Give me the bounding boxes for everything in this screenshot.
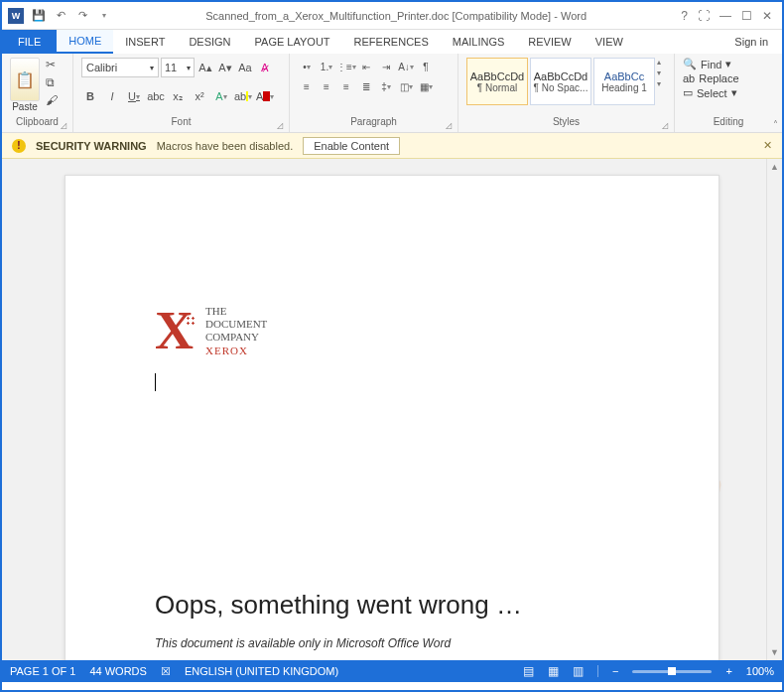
paste-label: Paste — [12, 101, 38, 112]
minimize-icon[interactable]: — — [719, 9, 731, 23]
font-name-combo[interactable]: Calibri▾ — [81, 58, 159, 77]
save-icon[interactable]: 💾 — [32, 9, 46, 23]
undo-icon[interactable]: ↶ — [54, 9, 67, 23]
select-icon: ▭ — [683, 86, 693, 99]
sign-in-link[interactable]: Sign in — [734, 30, 782, 54]
close-icon[interactable]: ✕ — [762, 9, 772, 23]
paste-button[interactable]: 📋 — [10, 58, 40, 101]
justify-icon[interactable]: ≣ — [357, 77, 375, 95]
styles-dialog-launcher-icon[interactable]: ◿ — [662, 121, 668, 130]
subscript-button[interactable]: x₂ — [169, 87, 187, 105]
underline-button[interactable]: U — [125, 87, 143, 105]
align-left-icon[interactable]: ≡ — [298, 77, 316, 95]
web-layout-icon[interactable]: ▥ — [573, 664, 584, 678]
redo-icon[interactable]: ↷ — [75, 9, 89, 23]
align-center-icon[interactable]: ≡ — [318, 77, 335, 95]
qat-customize-icon[interactable] — [97, 9, 111, 23]
status-page[interactable]: PAGE 1 OF 1 — [10, 665, 75, 677]
window-title: Scanned_from_a_Xerox_Multifunction_Print… — [111, 10, 681, 22]
replace-button[interactable]: abReplace — [683, 72, 739, 84]
tab-mailings[interactable]: MAILINGS — [441, 30, 517, 54]
text-effects-icon[interactable]: A — [212, 87, 230, 105]
zoom-out-icon[interactable]: − — [612, 665, 618, 677]
bold-button[interactable]: B — [81, 87, 99, 105]
tab-page-layout[interactable]: PAGE LAYOUT — [243, 30, 342, 54]
style-normal[interactable]: AaBbCcDd ¶ Normal — [466, 58, 528, 105]
shrink-font-icon[interactable]: A▾ — [216, 59, 234, 76]
format-painter-icon[interactable]: 🖌 — [46, 93, 58, 107]
grow-font-icon[interactable]: A▴ — [196, 59, 214, 76]
xerox-logo: X THE DOCUMENT COMPANY XEROX — [155, 305, 629, 357]
zoom-slider[interactable] — [632, 670, 712, 673]
read-mode-icon[interactable]: ▤ — [523, 664, 534, 678]
shading-icon[interactable]: ◫ — [397, 77, 415, 95]
style-no-spacing[interactable]: AaBbCcDd ¶ No Spac... — [530, 58, 591, 105]
help-icon[interactable]: ? — [681, 9, 688, 23]
sort-icon[interactable]: A↓ — [397, 58, 415, 75]
bullets-icon[interactable]: • — [298, 58, 316, 75]
security-warning-text: Macros have been disabled. — [157, 140, 294, 152]
copy-icon[interactable]: ⧉ — [46, 75, 58, 89]
ribbon: 📋 Paste ✂ ⧉ 🖌 Clipboard◿ Calibri▾ 11▾ A▴… — [2, 54, 782, 133]
document-page[interactable]: X THE DOCUMENT COMPANY XEROX Oops, somet… — [65, 175, 719, 660]
status-language[interactable]: ENGLISH (UNITED KINGDOM) — [185, 665, 338, 677]
warning-icon: ! — [12, 139, 26, 153]
clipboard-dialog-launcher-icon[interactable]: ◿ — [61, 121, 66, 130]
strikethrough-button[interactable]: abc — [147, 87, 165, 105]
group-clipboard-label: Clipboard — [16, 116, 59, 127]
scroll-up-icon[interactable]: ▲ — [767, 159, 782, 175]
enable-content-button[interactable]: Enable Content — [303, 137, 400, 155]
zoom-level[interactable]: 100% — [746, 665, 774, 677]
group-paragraph-label: Paragraph — [350, 116, 397, 127]
group-font-label: Font — [171, 116, 191, 127]
change-case-icon[interactable]: Aa — [236, 59, 254, 76]
scroll-down-icon[interactable]: ▼ — [767, 644, 782, 660]
multilevel-list-icon[interactable]: ⋮≡ — [337, 58, 355, 75]
title-bar: W 💾 ↶ ↷ Scanned_from_a_Xerox_Multifuncti… — [2, 2, 782, 30]
find-button[interactable]: 🔍Find ▾ — [683, 58, 739, 70]
messagebar-close-icon[interactable]: ✕ — [763, 139, 772, 152]
superscript-button[interactable]: x² — [191, 87, 208, 105]
font-color-icon[interactable]: A — [256, 87, 274, 105]
tab-home[interactable]: HOME — [57, 30, 113, 54]
status-bar: PAGE 1 OF 1 44 WORDS ☒ ENGLISH (UNITED K… — [2, 660, 782, 682]
text-cursor — [155, 373, 157, 391]
print-layout-icon[interactable]: ▦ — [548, 664, 559, 678]
tab-file[interactable]: FILE — [2, 30, 57, 54]
borders-icon[interactable]: ▦ — [417, 77, 435, 95]
line-spacing-icon[interactable]: ‡ — [377, 77, 395, 95]
align-right-icon[interactable]: ≡ — [337, 77, 355, 95]
font-size-combo[interactable]: 11▾ — [161, 58, 195, 77]
paragraph-dialog-launcher-icon[interactable]: ◿ — [446, 121, 452, 130]
tab-references[interactable]: REFERENCES — [342, 30, 441, 54]
document-heading: Oops, something went wrong … — [155, 590, 629, 621]
clear-formatting-icon[interactable]: A̷ — [256, 59, 274, 76]
tab-view[interactable]: VIEW — [584, 30, 635, 54]
collapse-ribbon-icon[interactable]: ˄ — [773, 119, 778, 130]
proofing-icon[interactable]: ☒ — [161, 665, 171, 678]
show-marks-icon[interactable]: ¶ — [417, 58, 435, 75]
highlight-icon[interactable]: ab — [234, 87, 252, 105]
security-warning-bar: ! SECURITY WARNING Macros have been disa… — [2, 133, 782, 159]
vertical-scrollbar[interactable]: ▲ ▼ — [766, 159, 782, 660]
italic-button[interactable]: I — [103, 87, 121, 105]
group-styles-label: Styles — [553, 116, 580, 127]
tab-insert[interactable]: INSERT — [113, 30, 177, 54]
cut-icon[interactable]: ✂ — [46, 58, 58, 71]
decrease-indent-icon[interactable]: ⇤ — [357, 58, 375, 75]
style-heading-1[interactable]: AaBbCc Heading 1 — [593, 58, 655, 105]
maximize-icon[interactable]: ☐ — [741, 9, 752, 23]
zoom-in-icon[interactable]: + — [725, 665, 731, 677]
font-dialog-launcher-icon[interactable]: ◿ — [277, 121, 283, 130]
tab-design[interactable]: DESIGN — [177, 30, 242, 54]
security-warning-title: SECURITY WARNING — [36, 140, 147, 152]
status-words[interactable]: 44 WORDS — [89, 665, 146, 677]
ribbon-display-icon[interactable]: ⛶ — [698, 9, 710, 23]
increase-indent-icon[interactable]: ⇥ — [377, 58, 395, 75]
tab-review[interactable]: REVIEW — [516, 30, 583, 54]
ribbon-tabs: FILE HOME INSERT DESIGN PAGE LAYOUT REFE… — [2, 30, 782, 54]
styles-more-icon[interactable]: ▴▾▾ — [657, 58, 671, 88]
select-button[interactable]: ▭Select ▾ — [683, 86, 739, 99]
numbering-icon[interactable]: 1. — [318, 58, 335, 75]
app-icon: W — [8, 8, 24, 24]
